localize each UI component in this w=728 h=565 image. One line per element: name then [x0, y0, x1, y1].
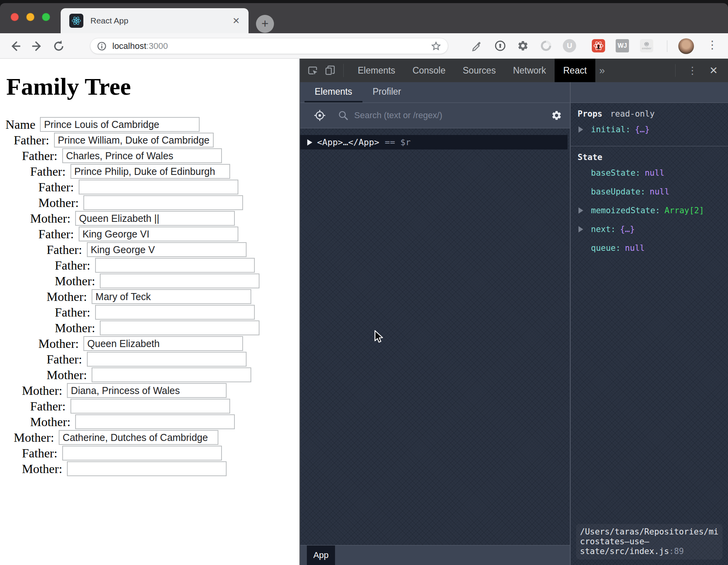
expand-triangle-icon[interactable]	[578, 207, 583, 214]
selected-component-row[interactable]: <App>…</App> == $r	[300, 135, 568, 149]
swirl-extension-icon[interactable]	[539, 39, 553, 53]
relation-name-input[interactable]	[87, 242, 247, 257]
minimize-window-button[interactable]	[26, 13, 34, 21]
tab-close-icon[interactable]: ✕	[232, 16, 240, 25]
relation-name-input[interactable]	[62, 148, 222, 163]
devtools-tab[interactable]: Sources	[454, 59, 504, 82]
relation-name-input[interactable]	[100, 320, 259, 335]
state-section: State baseState: null baseUpdate: null m…	[571, 146, 728, 265]
family-tree-row: Mother:	[0, 461, 299, 476]
state-item[interactable]: queue: null	[571, 240, 728, 256]
relation-label: Mother:	[55, 321, 95, 335]
react-search-row	[300, 103, 570, 128]
u-extension-icon[interactable]: U	[562, 39, 577, 53]
relation-name-input[interactable]	[62, 446, 222, 461]
devtools-tab[interactable]: Console	[404, 59, 454, 82]
prop-key: initial:	[591, 125, 631, 134]
relation-name-input[interactable]	[83, 195, 243, 210]
device-toolbar-icon[interactable]	[324, 65, 336, 76]
devtools-tab[interactable]: Elements	[349, 59, 404, 82]
family-tree-row: Father:	[0, 352, 299, 367]
close-window-button[interactable]	[11, 13, 19, 21]
select-element-icon[interactable]	[314, 109, 326, 122]
state-item[interactable]: baseUpdate: null	[571, 184, 728, 200]
inspect-element-icon[interactable]	[307, 65, 319, 76]
expand-triangle-icon[interactable]	[578, 226, 583, 232]
relation-name-input[interactable]	[87, 352, 247, 367]
relation-label: Mother:	[30, 211, 70, 226]
new-tab-button[interactable]: +	[256, 15, 274, 33]
relation-name-input[interactable]	[70, 399, 230, 414]
react-devtools-tab[interactable]: Elements	[305, 83, 362, 103]
mouse-cursor	[374, 330, 384, 344]
expand-triangle-icon[interactable]	[578, 126, 583, 133]
relation-name-input[interactable]	[100, 274, 259, 288]
topbar-separator	[343, 64, 344, 77]
state-item[interactable]: memoizedState: Array[2]	[571, 203, 728, 218]
family-tree-row: Father:	[0, 164, 299, 179]
react-devtools-tab[interactable]: Profiler	[362, 83, 411, 103]
relation-label: Father:	[30, 164, 66, 179]
eyedropper-extension-icon[interactable]	[470, 39, 484, 53]
relation-label: Father:	[22, 149, 58, 163]
relation-name-input[interactable]	[75, 211, 235, 226]
address-bar[interactable]: localhost:3000	[90, 38, 448, 54]
bookmark-star-icon[interactable]	[431, 41, 441, 52]
relation-name-input[interactable]	[92, 289, 251, 304]
relation-name-input[interactable]	[83, 336, 243, 351]
search-input[interactable]	[354, 110, 546, 121]
devtools-tab[interactable]: Network	[505, 59, 555, 82]
breadcrumb-app[interactable]: App	[307, 545, 335, 565]
relation-label: Father:	[55, 258, 90, 273]
relation-name-input[interactable]	[67, 461, 227, 476]
topbar-separator-right	[675, 64, 676, 77]
family-tree-row: Father:	[0, 258, 299, 273]
react-component-tree[interactable]: <App>…</App> == $r	[300, 128, 570, 545]
ember-extension-icon[interactable]: ember	[640, 39, 654, 53]
relation-name-input[interactable]	[40, 117, 200, 132]
relation-name-input[interactable]	[79, 227, 238, 241]
source-path-line1: /Users/taras/Repositories/mi	[580, 527, 719, 536]
browser-tab[interactable]: React App ✕	[61, 8, 249, 33]
react-devtools-extension-icon[interactable]	[591, 39, 605, 53]
component-source-path[interactable]: /Users/taras/Repositories/mi crostates–u…	[576, 524, 723, 560]
props-mode: read-only	[610, 109, 655, 119]
family-tree-row: Father:	[0, 305, 299, 320]
zoom-window-button[interactable]	[42, 13, 50, 21]
devtools-tab[interactable]: React	[555, 59, 595, 82]
relation-name-input[interactable]	[79, 180, 238, 194]
wj-extension-icon[interactable]: WJ	[615, 39, 629, 53]
forward-button[interactable]	[31, 40, 44, 53]
devtools-close-icon[interactable]: ✕	[709, 65, 718, 77]
relation-name-input[interactable]	[54, 133, 214, 148]
devtools-menu-icon[interactable]: ⋮	[687, 65, 697, 77]
settings-gear-icon[interactable]	[551, 110, 562, 121]
site-info-icon[interactable]	[97, 41, 107, 51]
relation-name-input[interactable]	[70, 164, 230, 179]
state-key: baseUpdate:	[591, 187, 645, 196]
relation-name-input[interactable]	[67, 383, 227, 398]
browser-menu-icon[interactable]: ⋮	[707, 38, 718, 51]
toolbar-separator	[667, 40, 667, 52]
family-tree-row: Mother:	[0, 274, 299, 288]
relation-name-input[interactable]	[92, 367, 251, 382]
devtools-panel: ElementsConsoleSourcesNetworkReact » ⋮ ✕…	[299, 59, 728, 565]
password-extension-icon[interactable]	[493, 39, 507, 53]
state-item[interactable]: next: {…}	[571, 221, 728, 237]
more-tabs-icon[interactable]: »	[599, 65, 605, 77]
react-inspector-sidebar: Propsread-only initial: {…} State baseSt…	[570, 82, 728, 565]
back-button[interactable]	[9, 40, 22, 53]
relation-name-input[interactable]	[95, 305, 255, 320]
state-item[interactable]: baseState: null	[571, 165, 728, 181]
relation-name-input[interactable]	[59, 430, 218, 445]
gear-extension-icon[interactable]	[516, 39, 530, 53]
expand-triangle-icon[interactable]	[307, 139, 312, 146]
reload-button[interactable]	[52, 40, 65, 53]
profile-avatar[interactable]	[678, 38, 694, 54]
relation-name-input[interactable]	[95, 258, 255, 273]
relation-label: Father:	[55, 305, 90, 320]
relation-name-input[interactable]	[75, 414, 235, 429]
window-controls	[11, 13, 50, 21]
props-item[interactable]: initial: {…}	[571, 122, 728, 137]
console-reference-hint: == $r	[385, 137, 411, 147]
